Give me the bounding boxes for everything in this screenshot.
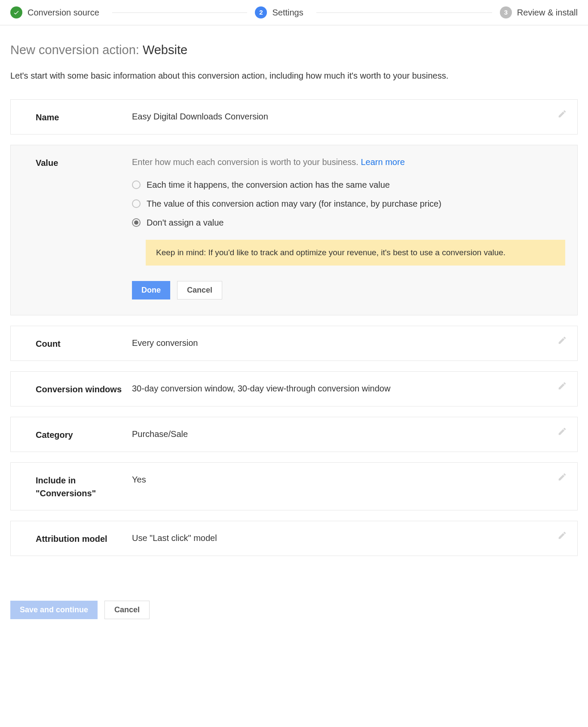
- step-number-icon: 3: [500, 6, 512, 18]
- step-conversion-source[interactable]: Conversion source: [10, 6, 255, 19]
- radio-icon: [132, 199, 141, 208]
- value-option-none[interactable]: Don't assign a value: [132, 213, 565, 232]
- value-option-varies[interactable]: The value of this conversion action may …: [132, 194, 565, 213]
- page-subtitle: Let's start with some basic information …: [10, 69, 578, 82]
- value-option-same[interactable]: Each time it happens, the conversion act…: [132, 175, 565, 194]
- save-continue-button[interactable]: Save and continue: [10, 601, 98, 619]
- radio-label: The value of this conversion action may …: [147, 197, 441, 210]
- section-name[interactable]: Name Easy Digital Downloads Conversion: [10, 99, 578, 134]
- step-label: Conversion source: [28, 6, 99, 19]
- value-help-text: Enter how much each conversion is worth …: [132, 156, 565, 168]
- step-label: Settings: [272, 6, 303, 19]
- radio-icon: [132, 180, 141, 189]
- pencil-icon[interactable]: [557, 336, 567, 345]
- step-divider: [316, 12, 492, 13]
- radio-label: Each time it happens, the conversion act…: [147, 178, 390, 191]
- learn-more-link[interactable]: Learn more: [361, 157, 404, 167]
- section-label: Include in "Conversions": [36, 473, 132, 500]
- step-settings[interactable]: 2 Settings: [255, 6, 499, 19]
- section-category[interactable]: Category Purchase/Sale: [10, 417, 578, 452]
- value-warning: Keep in mind: If you'd like to track and…: [146, 240, 565, 266]
- radio-label: Don't assign a value: [147, 216, 224, 229]
- footer-actions: Save and continue Cancel: [0, 583, 588, 629]
- cancel-button[interactable]: Cancel: [177, 281, 222, 299]
- step-divider: [112, 12, 248, 13]
- section-label: Value: [36, 156, 132, 169]
- page-title: New conversion action: Website: [10, 41, 578, 60]
- title-prefix: New conversion action:: [10, 43, 143, 57]
- done-button[interactable]: Done: [132, 281, 170, 299]
- pencil-icon[interactable]: [557, 109, 567, 119]
- section-count[interactable]: Count Every conversion: [10, 326, 578, 361]
- step-label: Review & install: [517, 6, 578, 19]
- check-icon: [10, 6, 22, 18]
- step-review-install[interactable]: 3 Review & install: [500, 6, 578, 19]
- pencil-icon[interactable]: [557, 472, 567, 482]
- section-label: Name: [36, 110, 132, 124]
- step-number-icon: 2: [255, 6, 267, 18]
- section-value: Every conversion: [132, 336, 565, 349]
- section-attribution-model[interactable]: Attribution model Use "Last click" model: [10, 521, 578, 556]
- section-value: Use "Last click" model: [132, 532, 565, 544]
- pencil-icon[interactable]: [557, 381, 567, 391]
- section-label: Attribution model: [36, 532, 132, 545]
- section-include-conversions[interactable]: Include in "Conversions" Yes: [10, 462, 578, 510]
- pencil-icon[interactable]: [557, 531, 567, 540]
- section-value: Yes: [132, 473, 565, 486]
- cancel-button[interactable]: Cancel: [104, 601, 150, 619]
- progress-stepper: Conversion source 2 Settings 3 Review & …: [0, 0, 588, 25]
- radio-icon: [132, 218, 141, 227]
- section-value: Value Enter how much each conversion is …: [10, 145, 578, 316]
- section-conversion-windows[interactable]: Conversion windows 30-day conversion win…: [10, 371, 578, 406]
- pencil-icon[interactable]: [557, 427, 567, 436]
- section-value: 30-day conversion window, 30-day view-th…: [132, 382, 565, 395]
- section-label: Conversion windows: [36, 382, 132, 396]
- title-value: Website: [143, 43, 187, 57]
- section-value: Purchase/Sale: [132, 428, 565, 440]
- section-label: Count: [36, 336, 132, 350]
- section-label: Category: [36, 428, 132, 441]
- section-value: Easy Digital Downloads Conversion: [132, 110, 565, 123]
